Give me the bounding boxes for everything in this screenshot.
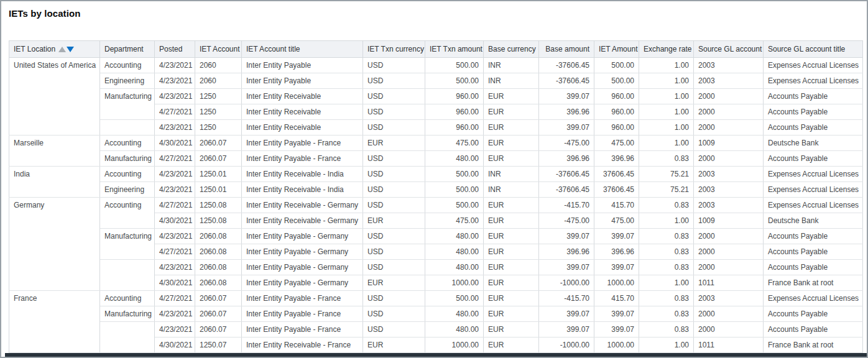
cell-account_title: Inter Entity Payable - France — [242, 135, 363, 151]
cell-exchange_rate: 1.00 — [639, 120, 694, 135]
cell-base_currency: EUR — [484, 213, 539, 229]
cell-iet_amount: 960.00 — [594, 120, 639, 135]
cell-txn_currency: USD — [363, 89, 425, 104]
column-header-label: IET Txn currency — [367, 45, 424, 53]
column-header-iet_amount[interactable]: IET Amount — [594, 41, 639, 58]
cell-posted: 4/27/2021 — [155, 244, 195, 260]
cell-txn_amount: 960.00 — [425, 104, 484, 120]
cell-exchange_rate: 0.83 — [639, 260, 694, 275]
cell-source_gl: 2003 — [694, 73, 764, 89]
cell-txn_currency: USD — [363, 104, 425, 120]
cell-dept — [100, 104, 155, 120]
cell-base_amount: -415.70 — [539, 198, 594, 213]
cell-account: 2060.08 — [195, 229, 242, 244]
sort-ascending-icon[interactable] — [58, 47, 66, 52]
cell-exchange_rate: 0.83 — [639, 229, 694, 244]
column-header-label: Department — [104, 45, 144, 53]
cell-base_amount: -37606.45 — [539, 167, 594, 182]
column-header-posted[interactable]: Posted — [155, 41, 195, 58]
cell-txn_amount: 480.00 — [425, 306, 484, 322]
cell-dept: Accounting — [100, 135, 155, 151]
cell-location — [9, 151, 100, 167]
cell-txn_currency: USD — [363, 198, 425, 213]
cell-exchange_rate: 1.00 — [639, 104, 694, 120]
cell-exchange_rate: 0.83 — [639, 322, 694, 337]
cell-source_gl: 2003 — [694, 291, 764, 306]
column-header-account[interactable]: IET Account — [195, 41, 242, 58]
cell-iet_amount: 960.00 — [594, 104, 639, 120]
cell-base_amount: 399.07 — [539, 306, 594, 322]
cell-account: 1250.01 — [195, 167, 242, 182]
cell-location — [9, 260, 100, 275]
cell-source_gl_title: Expenses Accrual Licenses — [764, 198, 863, 213]
table-row: IndiaAccounting4/23/20211250.01Inter Ent… — [9, 167, 863, 182]
cell-account_title: Inter Entity Payable - Germany — [242, 260, 363, 275]
cell-txn_currency: USD — [363, 322, 425, 337]
column-header-base_amount[interactable]: Base amount — [539, 41, 594, 58]
cell-txn_amount: 500.00 — [425, 167, 484, 182]
cell-base_amount: 396.96 — [539, 104, 594, 120]
cell-account_title: Inter Entity Receivable - France — [242, 337, 363, 353]
cell-source_gl: 2003 — [694, 167, 764, 182]
column-header-source_gl_title[interactable]: Source GL account title — [764, 41, 863, 58]
cell-base_currency: EUR — [484, 275, 539, 291]
column-header-txn_currency[interactable]: IET Txn currency — [363, 41, 425, 58]
column-header-account_title[interactable]: IET Account title — [242, 41, 363, 58]
cell-source_gl: 2000 — [694, 151, 764, 167]
cell-txn_amount: 500.00 — [425, 198, 484, 213]
cell-exchange_rate: 0.83 — [639, 291, 694, 306]
report-window: IETs by location IET LocationDepartmentP… — [0, 0, 868, 358]
cell-posted: 4/23/2021 — [155, 120, 195, 135]
cell-source_gl: 2000 — [694, 260, 764, 275]
cell-exchange_rate: 1.00 — [639, 58, 694, 73]
column-header-label: IET Amount — [599, 45, 637, 53]
cell-iet_amount: 475.00 — [594, 213, 639, 229]
cell-account_title: Inter Entity Receivable — [242, 120, 363, 135]
column-header-label: IET Account — [200, 45, 239, 53]
cell-source_gl: 1011 — [694, 275, 764, 291]
cell-txn_currency: USD — [363, 244, 425, 260]
cell-dept — [100, 260, 155, 275]
cell-account: 2060 — [195, 73, 242, 89]
cell-iet_amount: 396.96 — [594, 244, 639, 260]
cell-source_gl_title: Deutsche Bank — [764, 135, 863, 151]
cell-dept: Accounting — [100, 167, 155, 182]
cell-dept: Manufacturing — [100, 229, 155, 244]
table-row: 4/30/20211250.07Inter Entity Receivable … — [9, 337, 863, 353]
column-header-dept[interactable]: Department — [100, 41, 155, 58]
cell-location — [9, 275, 100, 291]
column-header-source_gl[interactable]: Source GL account — [694, 41, 764, 58]
cell-txn_currency: USD — [363, 182, 425, 198]
cell-posted: 4/30/2021 — [155, 135, 195, 151]
cell-iet_amount: 399.07 — [594, 322, 639, 337]
cell-account: 2060.07 — [195, 306, 242, 322]
cell-base_amount: 396.96 — [539, 244, 594, 260]
cell-exchange_rate: 75.21 — [639, 167, 694, 182]
cell-source_gl: 2003 — [694, 182, 764, 198]
cell-location: Germany — [9, 198, 100, 213]
cell-dept: Accounting — [100, 58, 155, 73]
column-header-label: IET Location — [14, 45, 55, 53]
cell-posted: 4/23/2021 — [155, 229, 195, 244]
cell-txn_amount: 480.00 — [425, 244, 484, 260]
column-header-txn_amount[interactable]: IET Txn amount — [425, 41, 484, 58]
cell-source_gl: 1009 — [694, 135, 764, 151]
cell-exchange_rate: 75.21 — [639, 182, 694, 198]
cell-base_currency: EUR — [484, 244, 539, 260]
cell-iet_amount: 399.07 — [594, 306, 639, 322]
column-header-base_currency[interactable]: Base currency — [484, 41, 539, 58]
column-header-label: Source GL account — [698, 45, 762, 53]
cell-account: 1250 — [195, 89, 242, 104]
cell-base_currency: INR — [484, 73, 539, 89]
column-header-location[interactable]: IET Location — [9, 41, 100, 58]
cell-account: 1250.08 — [195, 198, 242, 213]
sort-descending-icon[interactable] — [67, 47, 74, 52]
cell-source_gl_title: Expenses Accrual Licenses — [764, 73, 863, 89]
cell-account: 2060.08 — [195, 260, 242, 275]
cell-base_currency: INR — [484, 167, 539, 182]
cell-base_currency: EUR — [484, 229, 539, 244]
column-header-exchange_rate[interactable]: Exchange rate — [639, 41, 694, 58]
cell-base_currency: INR — [484, 58, 539, 73]
cell-location: France — [9, 291, 100, 306]
window-bottom-edge — [5, 353, 867, 357]
